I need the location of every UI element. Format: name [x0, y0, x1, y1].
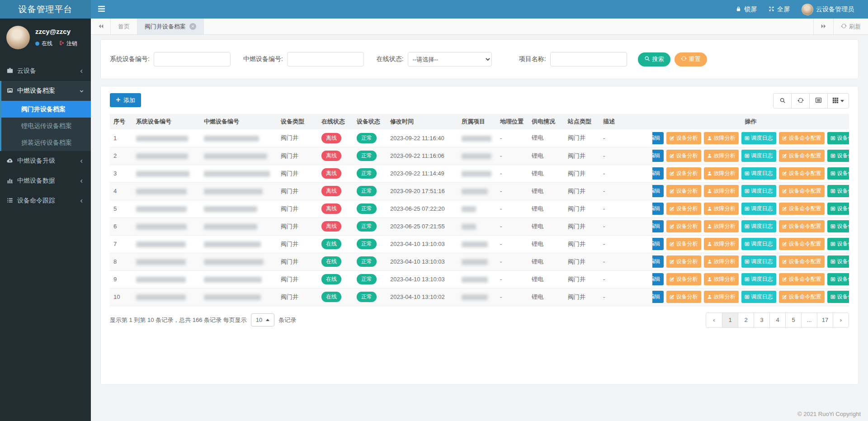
page-1[interactable]: 1	[722, 313, 738, 327]
tab-close-icon[interactable]: ×	[189, 23, 196, 30]
sidebar-item-zr-device-upgrade[interactable]: 中燃设备升级	[0, 151, 91, 171]
device-command-config-button[interactable]: 设备命令配置	[779, 255, 825, 268]
fault-analysis-button[interactable]: 故障分析	[704, 220, 739, 232]
search-button[interactable]: 搜索	[638, 52, 670, 66]
table-card-view-button[interactable]	[809, 93, 828, 109]
page-prev[interactable]: ‹	[706, 313, 722, 327]
sidebar-item-cloud-device[interactable]: 云设备	[0, 61, 91, 81]
device-analysis-button[interactable]: 设备分析	[666, 167, 701, 180]
page-size-dropdown[interactable]: 10	[251, 313, 274, 326]
tabs-scroll-left-button[interactable]	[91, 19, 111, 34]
device-command-config-button[interactable]: 设备命令配置	[779, 291, 825, 303]
fault-analysis-button[interactable]: 故障分析	[704, 150, 739, 162]
fault-analysis-button[interactable]: 故障分析	[704, 185, 739, 197]
edit-button[interactable]: 编辑	[652, 273, 664, 285]
device-analysis-button[interactable]: 设备分析	[666, 185, 701, 197]
sidebar-item-zr-device-archive[interactable]: 中燃设备档案	[1, 81, 91, 101]
page-4[interactable]: 4	[769, 313, 785, 327]
edit-button[interactable]: 编辑	[652, 238, 664, 250]
page-3[interactable]: 3	[754, 313, 769, 327]
device-info-button[interactable]: 设备信息	[827, 291, 849, 303]
device-info-button[interactable]: 设备信息	[827, 150, 849, 162]
device-command-config-button[interactable]: 设备命令配置	[779, 132, 825, 144]
sidebar-toggle-button[interactable]	[91, 0, 112, 19]
device-info-button[interactable]: 设备信息	[827, 203, 849, 215]
edit-button[interactable]: 编辑	[652, 132, 664, 144]
table-search-toggle-button[interactable]	[773, 93, 792, 109]
system-device-no-input[interactable]	[154, 52, 231, 66]
edit-button[interactable]: 编辑	[652, 167, 664, 180]
dispatch-log-button[interactable]: 调度日志	[741, 255, 776, 268]
dispatch-log-button[interactable]: 调度日志	[741, 185, 776, 197]
page-17[interactable]: 17	[817, 313, 833, 327]
device-info-button[interactable]: 设备信息	[827, 273, 849, 285]
fault-analysis-button[interactable]: 故障分析	[704, 291, 739, 303]
device-analysis-button[interactable]: 设备分析	[666, 132, 701, 144]
dispatch-log-button[interactable]: 调度日志	[741, 167, 776, 180]
project-name-input[interactable]	[550, 52, 627, 66]
fault-analysis-button[interactable]: 故障分析	[704, 167, 739, 180]
sidebar-subitem-lithium-remote-archive[interactable]: 锂电远传设备档案	[1, 118, 91, 134]
online-state-select[interactable]: --请选择--	[408, 52, 492, 66]
dispatch-log-button[interactable]: 调度日志	[741, 238, 776, 250]
device-info-button[interactable]: 设备信息	[827, 132, 849, 144]
device-command-config-button[interactable]: 设备命令配置	[779, 185, 825, 197]
reset-button[interactable]: 重置	[675, 52, 707, 66]
zr-device-no-input[interactable]	[287, 52, 364, 66]
tabs-scroll-right-button[interactable]	[813, 19, 833, 34]
edit-button[interactable]: 编辑	[652, 185, 664, 197]
dispatch-log-button[interactable]: 调度日志	[741, 220, 776, 232]
device-analysis-button[interactable]: 设备分析	[666, 203, 701, 215]
dispatch-log-button[interactable]: 调度日志	[741, 291, 776, 303]
fault-analysis-button[interactable]: 故障分析	[704, 238, 739, 250]
edit-button[interactable]: 编辑	[652, 203, 664, 215]
device-info-button[interactable]: 设备信息	[827, 220, 849, 232]
fullscreen-button[interactable]: 全屏	[763, 0, 796, 19]
logout-button[interactable]: 注销	[59, 40, 77, 47]
device-analysis-button[interactable]: 设备分析	[666, 238, 701, 250]
sidebar-item-zr-device-data[interactable]: 中燃设备数据	[0, 171, 91, 191]
device-command-config-button[interactable]: 设备命令配置	[779, 273, 825, 285]
fault-analysis-button[interactable]: 故障分析	[704, 132, 739, 144]
tab-home[interactable]: 首页	[111, 19, 137, 34]
page-next[interactable]: ›	[833, 313, 849, 327]
device-command-config-button[interactable]: 设备命令配置	[779, 167, 825, 180]
add-button[interactable]: 添加	[110, 93, 141, 107]
device-command-config-button[interactable]: 设备命令配置	[779, 238, 825, 250]
lock-screen-button[interactable]: 锁屏	[730, 0, 763, 19]
fault-analysis-button[interactable]: 故障分析	[704, 255, 739, 268]
device-analysis-button[interactable]: 设备分析	[666, 150, 701, 162]
device-command-config-button[interactable]: 设备命令配置	[779, 150, 825, 162]
device-analysis-button[interactable]: 设备分析	[666, 220, 701, 232]
tab-valve-well-archive[interactable]: 阀门井设备档案 ×	[137, 19, 204, 34]
device-info-button[interactable]: 设备信息	[827, 167, 849, 180]
page-ellipsis[interactable]: ...	[801, 313, 817, 327]
edit-button[interactable]: 编辑	[652, 150, 664, 162]
tab-refresh-button[interactable]: 刷新	[833, 19, 868, 34]
sidebar-item-device-command-tracking[interactable]: 设备命令跟踪	[0, 191, 91, 211]
page-2[interactable]: 2	[738, 313, 754, 327]
sidebar-subitem-assembled-remote-archive[interactable]: 拼装远传设备档案	[1, 134, 91, 151]
edit-button[interactable]: 编辑	[652, 291, 664, 303]
table-refresh-button[interactable]	[791, 93, 810, 109]
dispatch-log-button[interactable]: 调度日志	[741, 132, 776, 144]
device-analysis-button[interactable]: 设备分析	[666, 273, 701, 285]
fault-analysis-button[interactable]: 故障分析	[704, 273, 739, 285]
device-info-button[interactable]: 设备信息	[827, 238, 849, 250]
sidebar-subitem-valve-well-archive[interactable]: 阀门井设备档案	[1, 101, 91, 118]
page-5[interactable]: 5	[785, 313, 801, 327]
edit-button[interactable]: 编辑	[652, 255, 664, 268]
device-command-config-button[interactable]: 设备命令配置	[779, 220, 825, 232]
dispatch-log-button[interactable]: 调度日志	[741, 150, 776, 162]
user-menu[interactable]: 云设备管理员	[796, 0, 860, 19]
dispatch-log-button[interactable]: 调度日志	[741, 273, 776, 285]
dispatch-log-button[interactable]: 调度日志	[741, 203, 776, 215]
device-info-button[interactable]: 设备信息	[827, 185, 849, 197]
device-command-config-button[interactable]: 设备命令配置	[779, 203, 825, 215]
edit-button[interactable]: 编辑	[652, 220, 664, 232]
fault-analysis-button[interactable]: 故障分析	[704, 203, 739, 215]
device-analysis-button[interactable]: 设备分析	[666, 291, 701, 303]
device-info-button[interactable]: 设备信息	[827, 255, 849, 268]
device-analysis-button[interactable]: 设备分析	[666, 255, 701, 268]
table-columns-button[interactable]	[827, 93, 849, 109]
